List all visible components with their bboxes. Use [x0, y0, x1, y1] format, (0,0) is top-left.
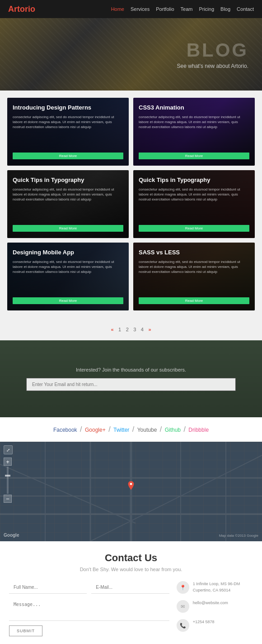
- card-body-5: consectetur adipiscing elit, sed do eius…: [13, 259, 123, 295]
- contact-email-item: ✉ hello@website.com: [177, 600, 253, 613]
- svg-line-9: [90, 455, 262, 541]
- blog-card-1: Introducing Design Patterns consectetur …: [7, 98, 129, 166]
- contact-form-row-1: [9, 581, 169, 594]
- logo-accent: A: [8, 5, 14, 14]
- nav-blog[interactable]: Blog: [220, 6, 230, 12]
- nav-services[interactable]: Services: [131, 6, 150, 12]
- next-arrow[interactable]: »: [148, 327, 151, 332]
- card-body-6: consectetur adipiscing elit, sed do eius…: [139, 259, 249, 295]
- contact-phone-item: 📞 +1254 5878: [177, 619, 253, 632]
- nav-contact[interactable]: Contact: [237, 6, 254, 12]
- social-sep-4: /: [160, 425, 164, 433]
- social-twitter[interactable]: Twitter: [113, 427, 129, 433]
- map-section: ⤢ + − Google Map data ©2013 Google: [0, 442, 262, 541]
- nav-portfolio[interactable]: Portfolio: [156, 6, 174, 12]
- card-title-2: CSS3 Animation: [139, 104, 249, 112]
- subscribe-text: Interested? Join the thousands of our su…: [26, 367, 236, 372]
- social-sep-1: /: [80, 425, 84, 433]
- social-section: Facebook / Google+ / Twitter / Youtube /…: [0, 417, 262, 442]
- subscribe-content: Interested? Join the thousands of our su…: [26, 367, 236, 391]
- card-content-4: Quick Tips in Typography consectetur adi…: [133, 170, 255, 238]
- card-title-3: Quick Tips in Typography: [13, 177, 123, 184]
- blog-card-2: CSS3 Animation consectetur adipiscing el…: [133, 98, 255, 166]
- map-data-attribution: Map data ©2013 Google: [219, 534, 258, 538]
- subscribe-section: Interested? Join the thousands of our su…: [0, 340, 262, 417]
- contact-address-text: 1 Infinite Loop, MS 96-DMCupertino, CA 9…: [193, 581, 240, 593]
- card-body-3: consectetur adipiscing elit, sed do eius…: [13, 187, 123, 222]
- social-github[interactable]: Github: [165, 427, 181, 433]
- card-content-6: SASS vs LESS consectetur adipiscing elit…: [133, 243, 255, 310]
- pagination: « 1 2 3 4 »: [0, 318, 262, 340]
- page-3[interactable]: 3: [133, 327, 136, 332]
- hero-section: BLOG See what's new about Artorio.: [0, 18, 262, 91]
- nav-pricing[interactable]: Pricing: [199, 6, 214, 12]
- social-youtube[interactable]: Youtube: [137, 427, 157, 433]
- page-1[interactable]: 1: [118, 327, 121, 332]
- map-google-logo: Google: [4, 533, 19, 538]
- contact-email-input[interactable]: [91, 581, 169, 594]
- contact-email-text: hello@website.com: [193, 600, 228, 606]
- svg-point-10: [130, 483, 132, 485]
- card-title-4: Quick Tips in Typography: [139, 177, 249, 184]
- contact-phone-text: +1254 5878: [193, 619, 215, 625]
- card-body-1: consectetur adipiscing elit, sed do eius…: [13, 114, 123, 150]
- navbar: Artorio Home Services Portfolio Team Pri…: [0, 0, 262, 18]
- map-zoom-bar: + −: [4, 458, 12, 503]
- card-title-6: SASS vs LESS: [139, 249, 249, 257]
- contact-subtitle: Don't Be Shy. We would love to hear from…: [9, 567, 253, 572]
- map-zoom-in-button[interactable]: +: [4, 458, 12, 466]
- logo-text: rtorio: [14, 5, 35, 14]
- map-zoom-slider[interactable]: [7, 467, 9, 494]
- page-4[interactable]: 4: [141, 327, 144, 332]
- social-sep-3: /: [132, 425, 136, 433]
- contact-grid: SUBMIT 📍 1 Infinite Loop, MS 96-DMCupert…: [9, 581, 253, 638]
- social-sep-2: /: [108, 425, 112, 433]
- hero-title: BLOG: [0, 39, 248, 61]
- contact-fullname-input[interactable]: [9, 581, 87, 594]
- read-more-btn-2[interactable]: Read More: [139, 153, 249, 159]
- card-content-5: Designing Mobile App consectetur adipisc…: [7, 243, 129, 310]
- card-content-1: Introducing Design Patterns consectetur …: [7, 98, 129, 166]
- hero-content: BLOG See what's new about Artorio.: [0, 39, 262, 69]
- map-zoom-out-button[interactable]: −: [4, 495, 12, 503]
- card-body-2: consectetur adipiscing elit, sed do eius…: [139, 114, 249, 150]
- card-title-5: Designing Mobile App: [13, 249, 123, 257]
- blog-card-6: SASS vs LESS consectetur adipiscing elit…: [133, 243, 255, 310]
- card-body-4: consectetur adipiscing elit, sed do eius…: [139, 187, 249, 222]
- read-more-btn-6[interactable]: Read More: [139, 297, 249, 304]
- read-more-btn-3[interactable]: Read More: [13, 225, 123, 232]
- read-more-btn-4[interactable]: Read More: [139, 225, 249, 232]
- card-content-3: Quick Tips in Typography consectetur adi…: [7, 170, 129, 238]
- contact-message-input[interactable]: [9, 598, 169, 621]
- contact-submit-button[interactable]: SUBMIT: [9, 625, 42, 636]
- nav-team[interactable]: Team: [181, 6, 193, 12]
- contact-title: Contact Us: [9, 552, 253, 564]
- page-2[interactable]: 2: [126, 327, 129, 332]
- prev-arrow[interactable]: «: [111, 327, 113, 332]
- contact-phone-icon: 📞: [177, 619, 189, 632]
- contact-info-area: 📍 1 Infinite Loop, MS 96-DMCupertino, CA…: [177, 581, 253, 638]
- social-google[interactable]: Google+: [85, 427, 106, 433]
- logo[interactable]: Artorio: [8, 5, 111, 14]
- map-pin: [126, 481, 136, 492]
- contact-section: Contact Us Don't Be Shy. We would love t…: [0, 541, 262, 644]
- contact-email-icon: ✉: [177, 600, 189, 613]
- read-more-btn-1[interactable]: Read More: [13, 153, 123, 159]
- social-dribbble[interactable]: Dribbble: [188, 427, 209, 433]
- read-more-btn-5[interactable]: Read More: [13, 297, 123, 304]
- map-zoom-handle: [5, 475, 10, 477]
- social-facebook[interactable]: Facebook: [53, 427, 77, 433]
- blog-card-5: Designing Mobile App consectetur adipisc…: [7, 243, 129, 310]
- blog-grid: Introducing Design Patterns consectetur …: [7, 98, 255, 310]
- map-expand-button[interactable]: ⤢: [4, 445, 13, 454]
- social-sep-5: /: [183, 425, 187, 433]
- nav-links: Home Services Portfolio Team Pricing Blo…: [111, 6, 254, 12]
- subscribe-email-input[interactable]: [26, 378, 236, 391]
- contact-form-area: SUBMIT: [9, 581, 169, 638]
- subscribe-form: [26, 378, 236, 391]
- contact-address-icon: 📍: [177, 581, 189, 594]
- blog-section: Introducing Design Patterns consectetur …: [0, 91, 262, 318]
- card-title-1: Introducing Design Patterns: [13, 104, 123, 112]
- nav-home[interactable]: Home: [111, 6, 124, 12]
- social-links: Facebook / Google+ / Twitter / Youtube /…: [8, 425, 254, 434]
